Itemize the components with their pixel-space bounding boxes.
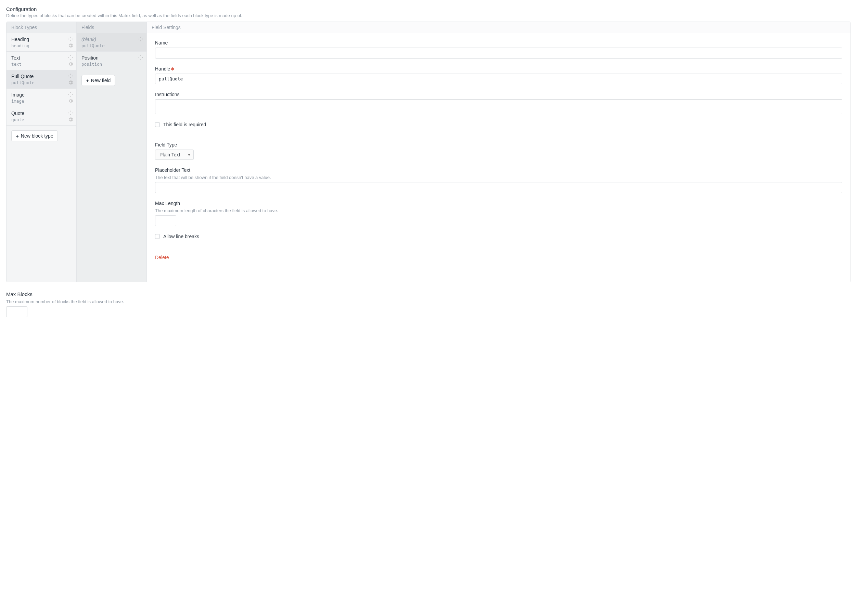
block-type-name: Quote	[11, 110, 71, 116]
new-field-button[interactable]: + New field	[82, 75, 115, 86]
field-name: Position	[82, 55, 142, 60]
name-label: Name	[155, 40, 842, 45]
block-type-name: Text	[11, 55, 71, 60]
block-type-item[interactable]: Quotequote	[6, 107, 76, 125]
max-blocks-label: Max Blocks	[6, 291, 851, 297]
move-icon[interactable]	[68, 37, 73, 42]
block-type-handle: pullQuote	[11, 80, 71, 85]
matrix-configurator: Block Types HeadingheadingTexttextPull Q…	[6, 22, 851, 282]
svg-point-27	[142, 57, 143, 58]
field-type-select[interactable]: Plain Text ▾	[155, 150, 194, 160]
plus-icon: +	[16, 133, 19, 139]
fields-column: Fields (blank)pullQuotePositionposition …	[77, 22, 147, 282]
plus-icon: +	[86, 78, 89, 83]
checkbox-icon[interactable]	[155, 234, 160, 239]
move-icon[interactable]	[138, 55, 143, 60]
svg-point-3	[72, 39, 73, 39]
block-type-handle: image	[11, 99, 71, 104]
gear-icon[interactable]	[68, 99, 73, 103]
block-type-item[interactable]: Headingheading	[6, 33, 76, 52]
block-types-header: Block Types	[6, 22, 76, 33]
svg-point-25	[140, 59, 141, 60]
max-length-label: Max Length	[155, 201, 842, 206]
field-item[interactable]: (blank)pullQuote	[77, 33, 147, 52]
fields-list: (blank)pullQuotePositionposition	[77, 33, 147, 70]
svg-point-7	[72, 57, 73, 58]
svg-point-9	[70, 77, 71, 78]
svg-point-18	[68, 113, 69, 113]
fields-header: Fields	[77, 22, 147, 33]
handle-label: Handle✱	[155, 66, 842, 71]
svg-point-19	[72, 113, 73, 113]
gear-icon[interactable]	[68, 43, 73, 48]
svg-point-12	[70, 92, 71, 93]
field-item[interactable]: Positionposition	[77, 52, 147, 70]
svg-point-11	[72, 76, 73, 76]
line-breaks-label: Allow line breaks	[163, 234, 199, 239]
svg-point-2	[68, 39, 69, 39]
gear-icon[interactable]	[68, 80, 73, 85]
svg-point-16	[70, 111, 71, 111]
svg-point-1	[70, 40, 71, 41]
block-type-handle: heading	[11, 43, 71, 48]
new-block-type-label: New block type	[21, 133, 53, 139]
move-icon[interactable]	[68, 92, 73, 97]
handle-input[interactable]	[155, 74, 842, 84]
chevron-down-icon: ▾	[188, 153, 190, 157]
block-type-item[interactable]: Texttext	[6, 52, 76, 70]
field-handle: position	[82, 62, 142, 67]
block-type-name: Heading	[11, 37, 71, 42]
svg-point-22	[139, 39, 139, 39]
svg-point-21	[140, 40, 141, 41]
svg-point-0	[70, 37, 71, 38]
svg-point-24	[140, 56, 141, 56]
block-types-list: HeadingheadingTexttextPull QuotepullQuot…	[6, 33, 76, 125]
svg-point-23	[142, 39, 143, 39]
field-settings-header: Field Settings	[147, 22, 851, 33]
field-type-label: Field Type	[155, 142, 842, 147]
checkbox-icon[interactable]	[155, 122, 160, 127]
required-checkbox-label: This field is required	[163, 122, 206, 127]
new-block-type-button[interactable]: + New block type	[11, 130, 58, 141]
move-icon[interactable]	[68, 55, 73, 60]
instructions-label: Instructions	[155, 92, 842, 97]
svg-point-10	[68, 76, 69, 76]
placeholder-label: Placeholder Text	[155, 167, 842, 173]
move-icon[interactable]	[68, 74, 73, 78]
svg-point-8	[70, 74, 71, 74]
placeholder-input[interactable]	[155, 182, 842, 193]
block-type-item[interactable]: Imageimage	[6, 89, 76, 107]
instructions-input[interactable]	[155, 99, 842, 114]
config-title: Configuration	[6, 6, 851, 12]
move-icon[interactable]	[68, 110, 73, 115]
block-type-handle: quote	[11, 117, 71, 122]
max-length-input[interactable]	[155, 215, 176, 226]
field-settings-column: Field Settings Name Handle✱ Instructions…	[147, 22, 851, 282]
svg-point-26	[139, 57, 139, 58]
field-handle: pullQuote	[82, 43, 142, 48]
gear-icon[interactable]	[68, 117, 73, 122]
svg-point-15	[72, 94, 73, 95]
gear-icon[interactable]	[68, 62, 73, 67]
block-type-item[interactable]: Pull QuotepullQuote	[6, 70, 76, 89]
new-field-label: New field	[91, 78, 111, 83]
placeholder-hint: The text that will be shown if the field…	[155, 175, 842, 180]
svg-point-5	[70, 59, 71, 60]
name-input[interactable]	[155, 48, 842, 59]
max-length-hint: The maximum length of characters the fie…	[155, 208, 842, 213]
svg-point-17	[70, 114, 71, 115]
max-blocks-input[interactable]	[6, 306, 27, 317]
max-blocks-hint: The maximum number of blocks the field i…	[6, 299, 851, 304]
block-type-handle: text	[11, 62, 71, 67]
svg-point-4	[70, 56, 71, 56]
required-checkbox-row[interactable]: This field is required	[155, 122, 842, 127]
block-type-name: Image	[11, 92, 71, 98]
delete-button[interactable]: Delete	[155, 255, 169, 260]
move-icon[interactable]	[138, 37, 143, 42]
required-asterisk-icon: ✱	[171, 67, 175, 71]
field-name: (blank)	[82, 37, 142, 42]
svg-point-13	[70, 96, 71, 96]
block-types-column: Block Types HeadingheadingTexttextPull Q…	[6, 22, 77, 282]
line-breaks-checkbox-row[interactable]: Allow line breaks	[155, 234, 842, 239]
config-subtitle: Define the types of blocks that can be c…	[6, 13, 851, 18]
